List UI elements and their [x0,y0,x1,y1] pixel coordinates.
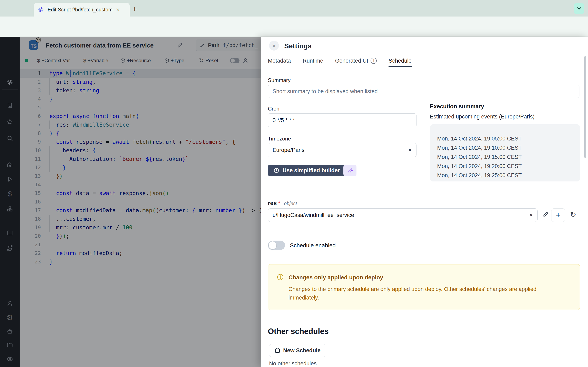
browser-toolbar: ← → ↻ app.windmill.dev/scripts/edit/f/bd… [0,17,588,37]
upcoming-event: Mon, 14 Oct 2024, 19:10:00 CEST [437,143,580,152]
tab-schedule[interactable]: Schedule [389,55,412,67]
add-resource-value-button[interactable]: + [551,208,565,222]
clear-timezone-icon[interactable]: × [408,147,412,154]
summary-placeholder: Short summary to be displayed when liste… [273,88,378,95]
panel-scrollbar[interactable] [584,56,586,158]
execution-summary-subtitle: Estimated upcoming events (Europe/Paris) [430,114,535,120]
use-simplified-builder-button[interactable]: Use simplified builder [268,165,346,176]
tab-generated-ui[interactable]: Generated UI i [335,55,377,67]
upcoming-event: Mon, 14 Oct 2024, 19:20:00 CEST [437,162,580,171]
tab-title: Edit Script f/bd/fetch_custom [48,7,115,13]
summary-label: Summary [268,77,291,83]
timezone-input[interactable]: Europe/Paris × [268,143,416,157]
arg-header: res * object [268,200,297,207]
chevron-down-icon [576,6,582,12]
timezone-label: Timezone [268,136,291,142]
windmill-favicon-icon [37,6,44,13]
schedule-enabled-label: Schedule enabled [290,242,336,249]
clear-resource-icon[interactable]: × [529,212,533,218]
upcoming-events-panel: Mon, 14 Oct 2024, 19:05:00 CESTMon, 14 O… [430,124,580,182]
resource-input[interactable]: u/HugoCasa/windmill_ee_service × [268,208,537,222]
tab-runtime-label: Runtime [303,58,323,64]
schedule-enabled-toggle[interactable] [268,241,285,250]
tab-search-chevron-button[interactable] [574,3,584,14]
browser-tab[interactable]: Edit Script f/bd/fetch_custom × [34,3,130,17]
settings-title: Settings [284,42,311,50]
edit-resource-button[interactable] [543,211,549,217]
resource-value: u/HugoCasa/windmill_ee_service [273,212,354,218]
execution-summary-title: Execution summary [430,103,484,110]
info-icon: i [371,58,377,64]
tab-metadata[interactable]: Metadata [268,55,291,67]
upcoming-event: Mon, 14 Oct 2024, 19:05:00 CEST [437,134,580,143]
refresh-resource-button[interactable]: ↻ [570,210,576,219]
other-schedules-title: Other schedules [268,327,329,336]
timezone-value: Europe/Paris [273,147,304,153]
use-simplified-builder-label: Use simplified builder [283,167,340,174]
pencil-icon [543,211,549,217]
no-other-schedules-text: No other schedules [269,360,317,367]
upcoming-event: Mon, 14 Oct 2024, 19:25:00 CEST [437,171,580,180]
arg-name: res [268,200,277,207]
new-tab-button[interactable]: + [132,4,137,14]
tab-close-icon[interactable]: × [116,7,120,13]
tab-runtime[interactable]: Runtime [303,55,323,67]
settings-tabs: Metadata Runtime Generated UI i Schedule [261,55,588,67]
summary-input[interactable]: Short summary to be displayed when liste… [268,85,579,98]
new-schedule-button[interactable]: New Schedule [269,344,326,357]
tab-metadata-label: Metadata [268,58,291,64]
ai-cron-button[interactable] [343,165,356,176]
warning-title: Changes only applied upon deploy [288,274,383,281]
required-marker: * [278,200,280,207]
cron-value: 0 */5 * * * [273,117,295,124]
cron-label: Cron [268,106,279,112]
close-settings-button[interactable]: × [269,41,279,50]
settings-drawer: × Settings Metadata Runtime Generated UI… [261,37,588,367]
alert-circle-icon [277,273,284,281]
clock-icon [274,167,279,173]
warning-body: Changes to the primary schedule are only… [288,285,563,302]
app-window: $ [0,37,588,367]
magic-wand-icon [347,167,353,174]
new-schedule-label: New Schedule [283,347,320,354]
browser-tab-strip: Edit Script f/bd/fetch_custom × + [0,0,588,17]
tab-schedule-label: Schedule [389,58,412,64]
arg-type: object [284,201,297,206]
upcoming-event: Mon, 14 Oct 2024, 19:15:00 CEST [437,152,580,162]
deploy-warning-banner: Changes only applied upon deploy Changes… [268,264,580,310]
tab-generated-ui-label: Generated UI [335,58,368,64]
cron-input[interactable]: 0 */5 * * * [268,113,416,127]
calendar-icon [275,348,280,353]
